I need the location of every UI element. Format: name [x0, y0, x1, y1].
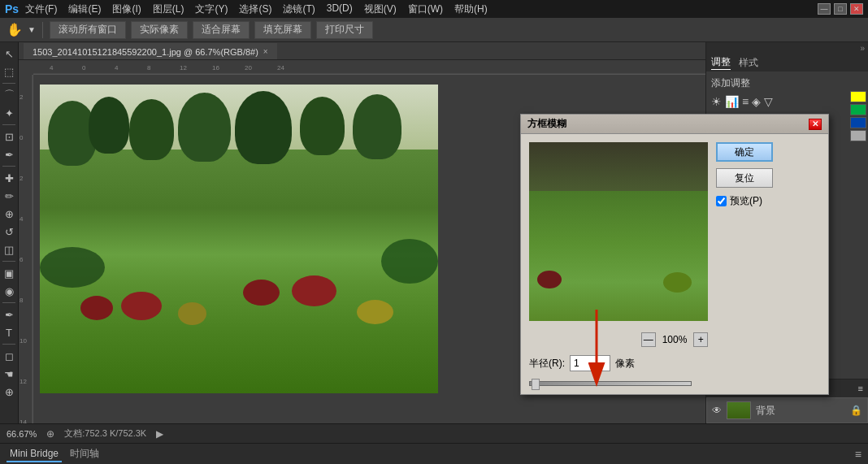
swatch-gray[interactable] — [850, 130, 866, 141]
menu-view[interactable]: 视图(V) — [364, 2, 397, 16]
radius-row: 半径(R): 像素 — [521, 350, 828, 376]
adjustment-icons-row: ☀ 📊 ≡ ◈ ▽ — [711, 95, 863, 108]
tool-dropdown-arrow[interactable]: ▼ — [28, 25, 36, 34]
swatch-yellow[interactable] — [850, 91, 866, 102]
tab-style[interactable]: 样式 — [739, 56, 758, 70]
eyedropper-tool-icon[interactable]: ✒ — [1, 146, 17, 163]
shrub-yellow2 — [357, 300, 393, 324]
dialog-close-button[interactable]: ✕ — [809, 119, 822, 130]
zoom-in-button[interactable]: + — [693, 332, 708, 347]
svg-text:12: 12 — [20, 378, 27, 385]
menu-select[interactable]: 选择(S) — [239, 2, 271, 16]
layer-eye-icon[interactable]: 👁 — [712, 405, 722, 416]
layer-row-background[interactable]: 👁 背景 🔒 — [706, 397, 868, 423]
lasso-tool-icon[interactable]: ⌒ — [1, 87, 17, 103]
preview-shrub1 — [537, 271, 562, 288]
heal-tool-icon[interactable]: ✚ — [1, 170, 17, 186]
fill-screen-button[interactable]: 填充屏幕 — [254, 21, 311, 39]
text-tool-icon[interactable]: T — [1, 324, 17, 340]
layer-thumbnail — [727, 401, 751, 419]
svg-text:6: 6 — [20, 256, 24, 263]
dialog-title-bar: 方框模糊 ✕ — [521, 115, 828, 134]
left-toolbar-separator6 — [2, 344, 15, 345]
brush-tool-icon[interactable]: ✏ — [1, 188, 17, 204]
color-balance-icon[interactable]: ▽ — [764, 95, 773, 108]
menu-3d[interactable]: 3D(D) — [327, 2, 353, 16]
radius-input[interactable] — [570, 355, 610, 371]
pen-tool-icon[interactable]: ✒ — [1, 306, 17, 323]
menu-image[interactable]: 图像(I) — [112, 2, 141, 16]
tab-close-button[interactable]: × — [263, 47, 268, 56]
ok-button[interactable]: 确定 — [716, 142, 773, 162]
maximize-button[interactable]: □ — [834, 3, 847, 15]
dialog-preview-pane — [529, 142, 708, 321]
svg-text:8: 8 — [147, 64, 151, 72]
horizontal-ruler: 4 0 4 8 12 16 20 24 — [33, 60, 705, 75]
dialog-preview-image — [529, 142, 708, 321]
menu-window[interactable]: 窗口(W) — [408, 2, 443, 16]
hand-tool-icon[interactable]: ✋ — [7, 22, 23, 37]
zoom-out-button[interactable]: — — [641, 332, 656, 347]
crop-tool-icon[interactable]: ⊡ — [1, 128, 17, 145]
right-panel-top: » — [706, 42, 868, 54]
radius-unit-label: 像素 — [615, 357, 635, 371]
slider-thumb[interactable] — [532, 379, 540, 390]
zoom-level-label: 100% — [662, 334, 688, 345]
shape-tool-icon[interactable]: ◻ — [1, 348, 17, 364]
menu-file[interactable]: 文件(F) — [25, 2, 57, 16]
print-size-button[interactable]: 打印尺寸 — [316, 21, 373, 39]
swatch-blue[interactable] — [850, 117, 866, 128]
scroll-all-windows-button[interactable]: 滚动所有窗口 — [50, 21, 126, 39]
tree7 — [353, 94, 401, 159]
zoom-tool-icon[interactable]: ⊕ — [1, 384, 17, 400]
status-arrow-icon[interactable]: ▶ — [156, 428, 163, 440]
tab-bar: 1503_20141015121845592200_1.jpg @ 66.7%(… — [19, 42, 705, 60]
clone-tool-icon[interactable]: ⊕ — [1, 206, 17, 222]
levels-icon[interactable]: ≡ — [742, 95, 749, 108]
menu-help[interactable]: 帮助(H) — [454, 2, 488, 16]
wand-tool-icon[interactable]: ✦ — [1, 105, 17, 121]
layers-options-icon[interactable]: ≡ — [858, 384, 863, 393]
garden-image-bg — [40, 85, 438, 393]
blur-tool-icon[interactable]: ◉ — [1, 283, 17, 299]
menu-text[interactable]: 文字(Y) — [195, 2, 228, 16]
svg-text:14: 14 — [20, 418, 27, 423]
swatch-green[interactable] — [850, 104, 866, 115]
bottom-options-icon[interactable]: ≡ — [855, 448, 861, 461]
menu-layer[interactable]: 图层(L) — [153, 2, 184, 16]
canvas-image — [40, 85, 438, 393]
reset-button[interactable]: 复位 — [716, 168, 773, 188]
close-button[interactable]: ✕ — [850, 3, 863, 15]
panel-expand-icon[interactable]: » — [860, 44, 865, 53]
move-tool-icon[interactable]: ↖ — [1, 46, 17, 62]
radius-slider[interactable] — [529, 381, 692, 386]
gradient-tool-icon[interactable]: ▣ — [1, 265, 17, 281]
fit-screen-button[interactable]: 适合屏幕 — [193, 21, 250, 39]
image-tab[interactable]: 1503_20141015121845592200_1.jpg @ 66.7%(… — [24, 43, 277, 59]
tab-adjust[interactable]: 调整 — [711, 55, 731, 70]
svg-text:20: 20 — [245, 64, 252, 72]
menu-edit[interactable]: 编辑(E) — [68, 2, 101, 16]
timeline-tab[interactable]: 时间轴 — [70, 447, 99, 461]
preview-checkbox[interactable] — [716, 196, 727, 206]
eraser-tool-icon[interactable]: ◫ — [1, 241, 17, 258]
actual-pixels-button[interactable]: 实际像素 — [131, 21, 188, 39]
history-tool-icon[interactable]: ↺ — [1, 223, 17, 240]
menu-filter[interactable]: 滤镜(T) — [283, 2, 315, 16]
brightness-icon[interactable]: ☀ — [711, 95, 722, 108]
dialog-title-label: 方框模糊 — [527, 117, 566, 131]
saturation-icon[interactable]: ◈ — [752, 95, 761, 108]
dialog-body: 确定 复位 预览(P) — [521, 134, 828, 329]
vertical-ruler: 2 0 2 4 6 8 10 12 14 — [19, 75, 33, 423]
bottom-bar: Mini Bridge 时间轴 ≡ — [0, 443, 868, 464]
svg-text:4: 4 — [20, 215, 24, 223]
blur-dialog: 方框模糊 ✕ 确定 复位 预览(P) — — [520, 114, 829, 395]
selection-tool-icon[interactable]: ⬚ — [1, 63, 17, 80]
minimize-button[interactable]: — — [818, 3, 831, 15]
hand-tool-icon2[interactable]: ☚ — [1, 366, 17, 382]
curves-icon[interactable]: 📊 — [725, 95, 739, 108]
svg-text:10: 10 — [20, 337, 27, 345]
mini-bridge-tab[interactable]: Mini Bridge — [7, 446, 62, 462]
status-bar: 66.67% ⊕ 文档:752.3 K/752.3K ▶ — [0, 423, 868, 443]
preview-checkbox-row: 预览(P) — [716, 194, 820, 208]
